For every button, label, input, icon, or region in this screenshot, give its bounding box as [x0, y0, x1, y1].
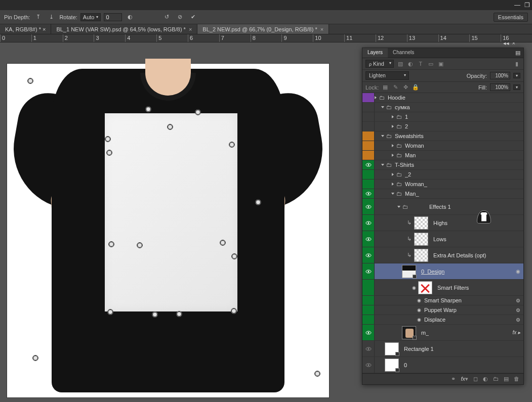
visibility-toggle[interactable] — [362, 263, 375, 279]
design-placeholder[interactable] — [105, 113, 237, 311]
window-maximize-icon[interactable]: ❐ — [524, 2, 530, 9]
layer-extra[interactable]: ↳Extra Art Details (opt) — [362, 247, 523, 263]
fill-stepper-icon[interactable]: ▾ — [513, 84, 520, 90]
puppet-pin[interactable] — [106, 150, 112, 156]
layer-group-bag-1[interactable]: 🗀1 — [362, 112, 523, 122]
visibility-toggle[interactable] — [362, 180, 375, 189]
layer-group-effects1[interactable]: 🗀Effects 1 — [362, 199, 523, 215]
mask-thumbnail[interactable] — [477, 210, 491, 224]
document-canvas[interactable] — [7, 64, 329, 397]
visibility-toggle[interactable] — [362, 357, 375, 373]
visibility-toggle[interactable] — [362, 296, 375, 305]
layer-smart-filters[interactable]: ◉Smart Filters — [362, 280, 523, 296]
layer-tree[interactable]: 🗀Hoodie 🗀сумка 🗀1 🗀2 🗀Sweatshirts 🗀Woman… — [362, 93, 523, 373]
pin-forward-icon[interactable]: ⤒ — [33, 12, 43, 22]
visibility-toggle[interactable] — [362, 199, 375, 214]
remove-distortion-icon[interactable]: ↺ — [161, 12, 172, 22]
visibility-toggle[interactable] — [362, 131, 375, 141]
layer-group-tshirts[interactable]: 🗀T-Shirts — [362, 160, 523, 170]
visibility-toggle[interactable] — [362, 215, 375, 231]
collapse-panel-icon[interactable]: ◂◂ — [503, 42, 509, 47]
tab-channels[interactable]: Channels — [388, 48, 419, 58]
rotate-stepper-icon[interactable]: ◐ — [125, 12, 135, 22]
layer-group-hoodie[interactable]: 🗀Hoodie — [362, 93, 523, 103]
puppet-pin[interactable] — [220, 240, 226, 246]
visibility-toggle[interactable] — [362, 280, 375, 295]
filter-blend-icon[interactable]: ⚙ — [516, 317, 520, 323]
visibility-toggle[interactable] — [362, 112, 375, 121]
visibility-toggle[interactable] — [362, 151, 375, 160]
layer-thumbnail[interactable] — [414, 233, 428, 246]
fx-badge[interactable]: fx ▸ — [512, 330, 520, 335]
eye-icon[interactable]: ◉ — [417, 298, 421, 303]
puppet-pin[interactable] — [314, 371, 320, 377]
layer-puppet-warp[interactable]: ◉Puppet Warp⚙ — [362, 305, 523, 315]
commit-warp-icon[interactable]: ✔ — [188, 12, 198, 22]
visibility-toggle[interactable] — [362, 315, 375, 324]
layer-mask-icon[interactable]: ◻ — [473, 376, 478, 382]
doc-tab-0[interactable]: KA, RGB/8#) * × — [0, 24, 51, 34]
close-icon[interactable]: × — [189, 26, 192, 32]
filter-visibility-icon[interactable]: ◉ — [516, 269, 520, 274]
blend-mode-dropdown[interactable]: Lighten — [365, 71, 409, 80]
filter-smart-icon[interactable]: ▣ — [437, 61, 444, 67]
filter-adjust-icon[interactable]: ◐ — [407, 61, 414, 67]
close-icon[interactable]: × — [320, 26, 323, 32]
puppet-pin[interactable] — [229, 142, 235, 148]
layer-m[interactable]: m_fx ▸ — [362, 325, 523, 341]
filter-toggle-icon[interactable]: ▮ — [513, 61, 520, 67]
adjustment-layer-icon[interactable]: ◐ — [483, 376, 488, 382]
filter-pixel-icon[interactable]: ▧ — [397, 61, 404, 67]
layer-thumbnail[interactable] — [385, 342, 399, 355]
puppet-pin[interactable] — [167, 124, 173, 130]
cancel-warp-icon[interactable]: ⊘ — [175, 12, 185, 22]
visibility-toggle[interactable] — [362, 325, 375, 340]
puppet-pin[interactable] — [152, 311, 158, 318]
puppet-pin[interactable] — [176, 311, 182, 317]
doc-tab-1[interactable]: BL_1 NEW (VAR SW).psd @ 64,5% (lows, RGB… — [51, 24, 197, 34]
puppet-pin[interactable] — [108, 241, 114, 247]
filter-kind-dropdown[interactable]: ρ Kind — [365, 60, 394, 68]
close-panel-icon[interactable]: × — [512, 42, 515, 47]
opacity-input[interactable] — [490, 72, 510, 79]
layer-highs[interactable]: ↳Highs — [362, 215, 523, 231]
new-layer-icon[interactable]: ▤ — [504, 376, 509, 382]
puppet-pin[interactable] — [107, 309, 113, 315]
visibility-toggle[interactable] — [362, 170, 375, 179]
layer-0[interactable]: 0 — [362, 357, 523, 373]
lock-all-icon[interactable]: 🔒 — [412, 84, 419, 91]
filter-shape-icon[interactable]: ▭ — [427, 61, 434, 67]
layer-group-bag[interactable]: 🗀сумка — [362, 103, 523, 112]
visibility-toggle[interactable] — [362, 189, 375, 198]
puppet-pin[interactable] — [145, 106, 151, 112]
filter-type-icon[interactable]: T — [417, 61, 424, 67]
visibility-toggle[interactable] — [362, 93, 375, 102]
horizontal-ruler[interactable]: 012345678910111213141516 — [0, 34, 532, 42]
fill-input[interactable] — [490, 83, 510, 91]
eye-icon[interactable]: ◉ — [417, 317, 421, 322]
eye-icon[interactable]: ◉ — [417, 307, 421, 312]
puppet-pin[interactable] — [195, 109, 201, 115]
rotate-auto-dropdown[interactable]: Auto▾ — [80, 13, 101, 21]
visibility-toggle[interactable] — [362, 141, 375, 150]
eye-icon[interactable]: ◉ — [412, 285, 416, 290]
layer-group-sweatshirts[interactable]: 🗀Sweatshirts — [362, 131, 523, 141]
visibility-toggle[interactable] — [362, 247, 375, 263]
link-layers-icon[interactable]: ⚭ — [451, 376, 456, 382]
puppet-pin[interactable] — [231, 253, 237, 259]
puppet-pin[interactable] — [27, 78, 33, 84]
delete-layer-icon[interactable]: 🗑 — [514, 376, 519, 382]
layer-lows[interactable]: ↳Lows — [362, 231, 523, 247]
layer-group-ts-woman[interactable]: 🗀Woman_ — [362, 180, 523, 189]
new-group-icon[interactable]: 🗀 — [493, 376, 499, 382]
visibility-toggle[interactable] — [362, 231, 375, 247]
visibility-toggle[interactable] — [362, 122, 375, 131]
layer-thumbnail[interactable] — [414, 216, 428, 230]
visibility-toggle[interactable] — [362, 341, 375, 356]
puppet-pin[interactable] — [32, 355, 38, 361]
layer-thumbnail[interactable] — [414, 249, 428, 262]
layer-group-ts-2[interactable]: 🗀_2 — [362, 170, 523, 180]
layer-thumbnail[interactable] — [402, 326, 416, 339]
puppet-pin[interactable] — [105, 136, 111, 142]
filter-blend-icon[interactable]: ⚙ — [516, 307, 520, 313]
